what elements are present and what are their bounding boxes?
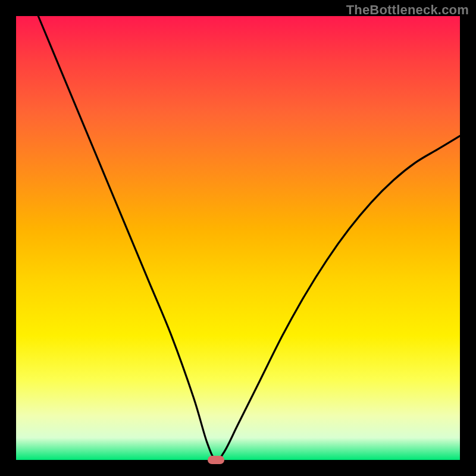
plot-area [16, 16, 460, 460]
chart-frame: TheBottleneck.com [0, 0, 476, 476]
optimal-marker [208, 456, 224, 464]
bottleneck-curve [16, 16, 460, 460]
watermark-text: TheBottleneck.com [346, 2, 469, 18]
